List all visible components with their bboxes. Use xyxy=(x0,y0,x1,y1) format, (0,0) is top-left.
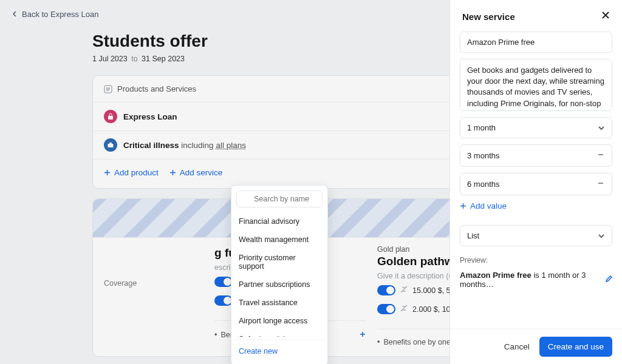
dropdown-item[interactable]: Priority customer support xyxy=(236,249,320,275)
pencil-icon[interactable] xyxy=(605,275,612,285)
close-icon xyxy=(601,11,610,19)
preview-text: Amazon Prime free is 1 month or 3 months… xyxy=(460,271,612,289)
preview-label: Preview: xyxy=(460,256,612,265)
service-description-input[interactable]: Get books and gadgets delivered to your … xyxy=(460,59,612,111)
drawer-title: New service xyxy=(462,12,515,22)
minus-icon xyxy=(596,150,605,159)
duration-select-3[interactable]: 6 months xyxy=(460,173,612,195)
service-dropdown: Financial advisory Wealth management Pri… xyxy=(231,185,328,364)
service-name-input[interactable] xyxy=(460,32,612,53)
add-value-button[interactable]: Add value xyxy=(460,201,612,211)
close-button[interactable] xyxy=(601,11,610,22)
search-input[interactable] xyxy=(236,190,323,207)
plus-icon xyxy=(460,203,466,209)
dropdown-item[interactable]: Safe deposit box xyxy=(236,330,320,337)
dropdown-item[interactable]: Wealth management xyxy=(236,231,320,249)
duration-select-1[interactable]: 1 month xyxy=(460,117,612,138)
dropdown-item[interactable]: Travel assistance xyxy=(236,294,320,312)
cancel-button[interactable]: Cancel xyxy=(504,342,530,351)
dropdown-item[interactable]: Partner subscriptions xyxy=(236,275,320,294)
chevron-down-icon xyxy=(598,124,605,132)
new-service-drawer: New service Get books and gadgets delive… xyxy=(449,0,622,364)
dropdown-item[interactable]: Financial advisory xyxy=(236,212,320,231)
duration-select-2[interactable]: 3 months xyxy=(460,144,612,167)
create-and-use-button[interactable]: Create and use xyxy=(539,337,612,357)
list-style-select[interactable]: List xyxy=(460,225,612,246)
chevron-down-icon xyxy=(598,232,605,240)
dropdown-item[interactable]: Airport longe access xyxy=(236,312,320,330)
minus-icon xyxy=(596,179,605,187)
create-new-option[interactable]: Create new xyxy=(236,342,323,360)
